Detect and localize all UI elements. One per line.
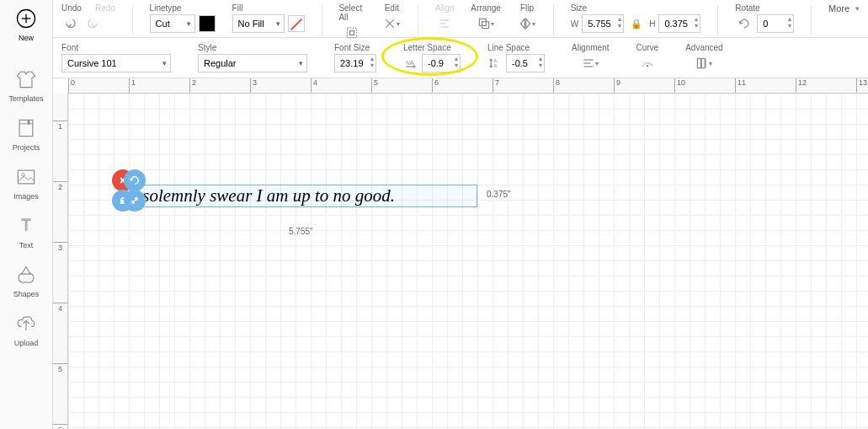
svg-rect-3 (19, 120, 33, 136)
ruler-h-tick: 8 (553, 78, 560, 93)
fill-select[interactable]: No Fill (232, 14, 285, 33)
ruler-h-tick: 3 (250, 78, 257, 93)
align-button (435, 14, 454, 33)
stepper-icon[interactable]: ▴▾ (695, 16, 698, 29)
width-input[interactable]: 5.755▴▾ (582, 14, 624, 33)
svg-rect-27 (698, 58, 701, 67)
scale-handle[interactable] (124, 190, 146, 212)
rotate-handle[interactable] (124, 169, 146, 191)
arrange-label: Arrange (471, 3, 501, 13)
sidebar-item-projects[interactable]: Projects (0, 110, 53, 158)
advanced-button[interactable]: ▾ (695, 54, 713, 72)
svg-rect-16 (480, 19, 487, 25)
sidebar-item-templates[interactable]: Templates (0, 61, 53, 110)
style-select[interactable]: Regular (198, 54, 307, 72)
lock-aspect-button[interactable]: 🔒 (627, 19, 646, 29)
edit-label: Edit (385, 3, 399, 13)
shirt-icon (14, 67, 38, 91)
selectall-label: Select All (338, 3, 365, 22)
redo-label: Redo (95, 3, 115, 13)
text-icon: T (14, 214, 38, 238)
linespace-label: Line Space (487, 43, 545, 52)
sidebar-label-projects: Projects (13, 143, 40, 152)
linetype-color-swatch[interactable] (199, 15, 216, 32)
ruler-v-tick: 5 (53, 363, 67, 374)
edit-button[interactable]: ▾ (382, 14, 401, 33)
svg-rect-6 (18, 170, 34, 184)
flip-button[interactable]: ▾ (518, 14, 536, 33)
svg-text:T: T (22, 217, 31, 233)
svg-text:A: A (493, 63, 497, 68)
select-all-button[interactable] (343, 24, 361, 42)
font-label: Font (61, 43, 171, 52)
undo-button[interactable] (61, 14, 80, 33)
ruler-h-tick: 7 (493, 78, 499, 93)
ruler-h-tick: 12 (796, 78, 807, 93)
sidebar-item-text[interactable]: T Text (0, 207, 53, 256)
undo-label: Undo (61, 3, 82, 13)
letterspace-icon: VA (403, 56, 418, 71)
stepper-icon[interactable]: ▴▾ (788, 16, 791, 29)
plus-circle-icon (14, 7, 38, 30)
height-input[interactable]: 0.375▴▾ (658, 14, 700, 33)
canvas[interactable]: 0 1 2 3 4 5 6 7 8 9 10 11 12 13 1 2 3 4 … (53, 78, 868, 429)
ruler-vertical: 1 2 3 4 5 6 (53, 94, 68, 429)
advanced-label: Advanced (685, 43, 722, 52)
curve-label: Curve (636, 43, 658, 52)
rotate-input[interactable]: 0▴▾ (757, 14, 794, 33)
alignment-button[interactable]: ▾ (581, 54, 599, 72)
letterspace-label: Letter Space (403, 43, 461, 52)
sidebar-item-shapes[interactable]: Shapes (0, 256, 53, 305)
stepper-icon[interactable]: ▴▾ (370, 56, 374, 69)
linespace-icon: AA (487, 56, 503, 71)
ruler-h-tick: 13 (856, 78, 867, 93)
text-toolbar: Font Cursive 101 Style Regular Font Size… (53, 38, 868, 78)
sidebar-item-images[interactable]: Images (0, 158, 53, 207)
ruler-h-tick: 4 (311, 78, 317, 93)
sidebar-label-text: Text (19, 241, 34, 249)
stepper-icon[interactable]: ▴▾ (455, 56, 458, 69)
stepper-icon[interactable]: ▴▾ (539, 56, 542, 69)
svg-rect-17 (482, 22, 489, 29)
fontsize-input[interactable]: 23.19▴▾ (334, 54, 376, 72)
font-select[interactable]: Cursive 101 (61, 54, 171, 72)
svg-text:VA: VA (406, 59, 413, 67)
ruler-h-tick: 1 (129, 78, 136, 93)
ruler-v-tick: 3 (53, 242, 67, 253)
chevron-down-icon: ▾ (855, 4, 860, 13)
image-icon (14, 165, 38, 189)
top-toolbar: Undo Redo Linetype Cut Fill No Fill (53, 0, 868, 38)
size-label: Size (571, 3, 701, 13)
arrange-button[interactable]: ▾ (477, 14, 495, 33)
rotate-icon (735, 14, 754, 33)
linetype-select[interactable]: Cut (150, 14, 195, 33)
ruler-h-tick: 6 (432, 78, 439, 93)
svg-point-26 (647, 65, 648, 67)
style-label: Style (198, 43, 307, 52)
flip-label: Flip (520, 3, 534, 13)
sidebar-label-shapes: Shapes (13, 290, 40, 298)
ruler-h-tick: 11 (735, 78, 746, 93)
ruler-v-tick: 4 (53, 303, 67, 314)
height-prefix: H (649, 19, 655, 29)
fill-color-swatch[interactable] (288, 15, 305, 32)
curve-button[interactable] (638, 54, 657, 72)
text-content[interactable]: I solemnly swear I am up to no good. (132, 185, 395, 206)
sidebar-label-templates: Templates (8, 94, 43, 103)
width-prefix: W (571, 19, 578, 29)
linespace-input[interactable]: -0.5▴▾ (506, 54, 545, 72)
book-icon (14, 116, 38, 140)
letterspace-input[interactable]: -0.9▴▾ (422, 54, 461, 72)
canvas-grid[interactable]: I solemnly swear I am up to no good. 0.3… (68, 94, 868, 429)
alignment-label: Alignment (572, 43, 609, 52)
redo-button[interactable] (83, 14, 102, 33)
more-button[interactable]: More ▾ (828, 3, 860, 13)
stepper-icon[interactable]: ▴▾ (618, 16, 621, 29)
fontsize-label: Font Size (334, 43, 376, 52)
ruler-h-tick: 0 (68, 78, 75, 93)
ruler-horizontal: 0 1 2 3 4 5 6 7 8 9 10 11 12 13 (68, 78, 868, 94)
sidebar-item-upload[interactable]: Upload (0, 305, 53, 354)
sidebar-item-new[interactable]: New (0, 0, 53, 49)
height-dimension: 0.375" (487, 190, 511, 199)
sidebar-label-upload: Upload (14, 339, 39, 347)
